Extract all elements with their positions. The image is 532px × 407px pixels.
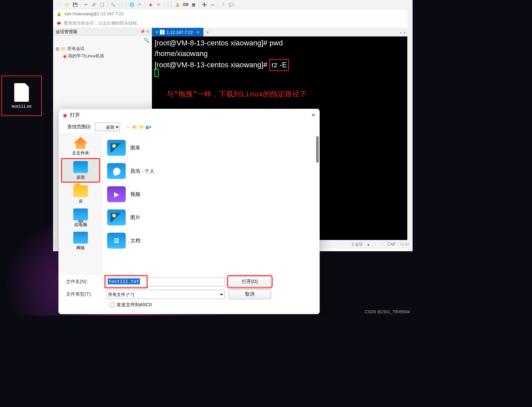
globe-icon[interactable]: 🌐 <box>128 1 135 8</box>
dialog-title: 打开 <box>70 112 80 118</box>
tab-label: 1.12.247.7:22 <box>166 30 193 35</box>
places-bar: 主文件夹 桌面 库 此电脑 网络 <box>59 133 102 275</box>
session-search[interactable]: 🔍 <box>53 36 152 44</box>
copy-icon[interactable]: 📋 <box>99 1 105 8</box>
lookin-tools: ← 📂 📁 ▦▾ <box>125 124 151 130</box>
status-sessions[interactable]: 1 会话 <box>352 242 363 247</box>
add-icon[interactable]: ➕ <box>201 1 208 8</box>
help-icon[interactable]: ? <box>220 1 227 8</box>
new-session-icon[interactable]: 📄 <box>56 1 62 8</box>
list-item[interactable]: 昌浩 - 个人 <box>104 159 317 183</box>
paste-icon[interactable]: 📄 <box>117 1 124 8</box>
address-bar[interactable]: 🔒 ssh://xiaowang@1.12.247.7:22 ▾ <box>53 9 413 19</box>
filelist-scrollbar[interactable] <box>316 136 319 163</box>
tab-add-button[interactable]: + <box>203 28 212 36</box>
tab-prev-icon[interactable]: ◂ <box>400 30 401 34</box>
documents-folder-icon <box>107 233 126 249</box>
close-panel-icon[interactable]: ✕ <box>146 29 149 34</box>
lookin-row: 查找范围(I): 🖥 桌面 ← 📂 📁 ▦▾ <box>59 121 319 133</box>
lookin-select[interactable]: 桌面 <box>95 123 120 131</box>
tab-close-icon[interactable]: ✕ <box>196 30 199 34</box>
terminal-tabs: 1 1.12.247.7:22 ✕ + ◂▸▾ <box>152 28 413 36</box>
pc-icon <box>73 208 88 220</box>
open-file-dialog: ◉ 打开 ✕ 查找范围(I): 🖥 桌面 ← 📂 📁 ▦▾ 主文件夹 桌面 库 … <box>58 109 320 314</box>
hint-bar: 要添加当前会话，点击左侧的箭头按钮。 <box>53 19 413 28</box>
file-list[interactable]: 图库 昌浩 - 个人 视频 图片 文档 <box>102 133 319 275</box>
network-icon <box>73 232 88 244</box>
app-swirl-icon: ◉ <box>63 112 67 118</box>
desktop-icon <box>73 161 88 173</box>
desktop-file-highlighted[interactable]: test111.txt <box>1 76 42 116</box>
videos-folder-icon <box>107 186 126 202</box>
highlighted-command: rz -E <box>269 59 289 71</box>
chevron-up-icon[interactable]: ▴ <box>367 242 369 247</box>
filetype-select[interactable]: 所有文件 (*.*) <box>106 290 225 299</box>
address-text: ssh://xiaowang@1.12.247.7:22 <box>64 11 124 16</box>
status-cap: CAP <box>387 242 396 247</box>
pictures-folder-icon <box>107 140 126 156</box>
cancel-button[interactable]: 取消 <box>229 289 271 299</box>
dialog-titlebar: ◉ 打开 ✕ <box>59 109 319 121</box>
place-libraries[interactable]: 库 <box>61 183 100 206</box>
magnifier-icon: 🔍 <box>144 37 149 43</box>
views-icon[interactable]: ▦▾ <box>145 124 151 130</box>
place-desktop[interactable]: 桌面 <box>61 158 100 183</box>
place-network[interactable]: 网络 <box>61 230 100 252</box>
list-item[interactable]: 视频 <box>104 183 317 206</box>
folder2-icon[interactable]: ▭ <box>209 1 216 8</box>
grid-icon[interactable]: ▦ <box>190 1 197 8</box>
list-item[interactable]: 文档 <box>104 229 317 252</box>
terminal-tab-active[interactable]: 1 1.12.247.7:22 ✕ <box>152 28 203 36</box>
search-icon[interactable]: 🔍 <box>109 1 116 8</box>
annotation-text: 与“拖拽”一样，下载到Linux的指定路径下 <box>166 89 307 99</box>
newfolder-icon[interactable]: 📁 <box>139 124 145 130</box>
dialog-close-button[interactable]: ✕ <box>311 112 315 118</box>
pictures2-folder-icon <box>107 209 126 225</box>
link-icon[interactable]: 🔗 <box>91 1 97 8</box>
libraries-icon <box>73 185 88 197</box>
tree-root[interactable]: ⊟📁所有会话 <box>56 45 152 52</box>
place-thispc[interactable]: 此电脑 <box>61 206 100 229</box>
refresh-icon[interactable]: ⟳ <box>155 1 162 8</box>
pin-icon[interactable]: 📌 <box>140 29 145 34</box>
hint-text: 要添加当前会话，点击左侧的箭头按钮。 <box>64 20 141 26</box>
tab-number: 1 <box>160 30 165 34</box>
up-icon[interactable]: 📂 <box>132 124 138 130</box>
open-button[interactable]: 打开(O) <box>229 277 271 287</box>
list-item[interactable]: 图片 <box>104 206 317 229</box>
lookin-label: 查找范围(I): <box>67 124 92 130</box>
arrow-down-icon[interactable]: ↓ <box>381 242 383 247</box>
desktop-file-label: test111.txt <box>12 104 32 109</box>
list-item[interactable]: 图库 <box>104 136 317 159</box>
session-manager-title: 会话管理器 <box>56 29 77 35</box>
session-icon: ◉ <box>63 54 67 59</box>
tree-session-item[interactable]: ◉我的学习Linux机器 <box>56 52 152 60</box>
swirl-icon[interactable]: ◉ <box>147 1 154 8</box>
open-icon[interactable]: 📁 <box>64 1 70 8</box>
watermark: CSDN @2301_79585944 <box>365 310 410 314</box>
arrow-up-icon[interactable]: ↑ <box>374 242 376 247</box>
save-icon[interactable]: 💾 <box>72 1 78 8</box>
session-tree: ⊟📁所有会话 ◉我的学习Linux机器 <box>53 45 152 60</box>
terminal-line: /home/xiaowang <box>155 48 410 59</box>
back-icon[interactable]: ← <box>125 124 131 130</box>
tab-next-icon[interactable]: ▸ <box>404 30 406 34</box>
dialog-bottom: 文件名(N): test111.txt 打开(O) 文件类型(T): 所有文件 … <box>59 275 319 314</box>
home-icon <box>73 137 88 149</box>
terminal-line: [root@VM-8-13-centos xiaowang]# pwd <box>155 38 410 48</box>
filename-label: 文件名(N): <box>66 279 102 285</box>
status-dot-icon <box>156 31 158 33</box>
status-num: NUM <box>400 242 409 247</box>
filename-selection: test111.txt <box>108 278 140 284</box>
bubble-icon[interactable]: 💬 <box>228 1 234 8</box>
lock-icon[interactable]: 🔒 <box>174 1 181 8</box>
filetype-label: 文件类型(T): <box>66 291 102 297</box>
expand-icon[interactable]: ⛶ <box>166 1 173 8</box>
terminal-cursor <box>155 69 159 77</box>
keyboard-icon[interactable]: ⌨ <box>182 1 189 8</box>
cut-icon[interactable]: ✂ <box>83 1 89 8</box>
terminal-scrollbar[interactable] <box>407 9 413 240</box>
ascii-checkbox[interactable] <box>110 303 114 307</box>
place-home[interactable]: 主文件夹 <box>61 135 100 157</box>
font-icon[interactable]: A <box>136 1 143 8</box>
